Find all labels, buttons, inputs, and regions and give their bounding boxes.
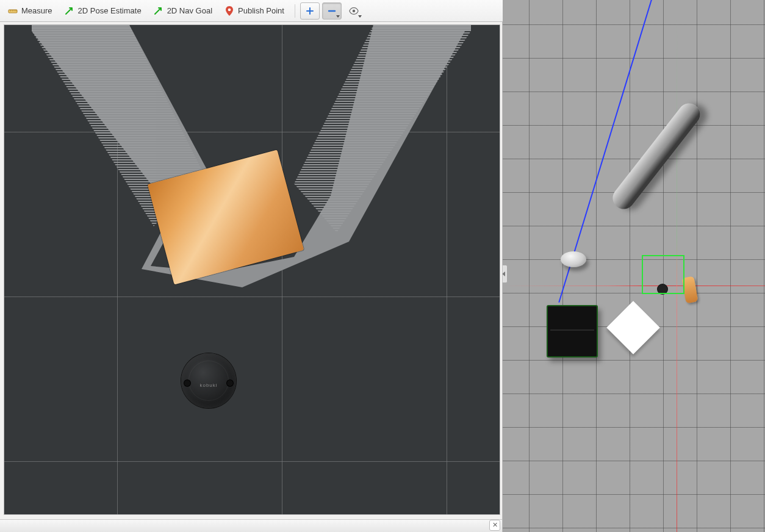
app-root: Measure 2D Pose Estimate 2D Nav Goal <box>0 0 765 532</box>
pane-collapse-handle[interactable] <box>503 265 508 283</box>
pose-estimate-label: 2D Pose Estimate <box>78 6 142 15</box>
measure-label: Measure <box>21 6 52 15</box>
gazebo-obj-small-puck[interactable] <box>561 251 586 267</box>
svg-marker-10 <box>294 25 471 232</box>
turtlebot-model: kobuki <box>181 353 236 408</box>
robot-label: kobuki <box>181 383 236 388</box>
nav-goal-button[interactable]: 2D Nav Goal <box>148 3 218 19</box>
panel-close-button[interactable]: ✕ <box>489 520 500 531</box>
arrow-green-icon <box>65 6 74 16</box>
remove-display-button[interactable] <box>322 2 342 20</box>
add-display-button[interactable] <box>300 2 320 20</box>
gazebo-obj-dumpster[interactable] <box>547 305 598 358</box>
toolbar-separator <box>295 4 295 18</box>
pose-estimate-button[interactable]: 2D Pose Estimate <box>59 3 147 19</box>
gazebo-selection-box <box>642 255 684 294</box>
pin-icon <box>224 6 234 16</box>
measure-button[interactable]: Measure <box>2 3 58 19</box>
ruler-icon <box>8 6 18 16</box>
publish-point-button[interactable]: Publish Point <box>219 3 290 19</box>
chevron-down-icon <box>358 15 362 18</box>
svg-point-6 <box>353 9 355 12</box>
visibility-menu-button[interactable] <box>344 2 364 20</box>
publish-point-label: Publish Point <box>238 6 284 15</box>
rviz-bottom-bar: ✕ <box>0 519 502 532</box>
close-icon: ✕ <box>492 521 498 528</box>
eye-icon <box>349 6 359 16</box>
nav-goal-label: 2D Nav Goal <box>167 6 212 15</box>
rviz-pane: Measure 2D Pose Estimate 2D Nav Goal <box>0 0 503 532</box>
rviz-3d-viewport[interactable]: kobuki <box>4 24 500 515</box>
arrow-green-icon <box>154 6 163 16</box>
gazebo-axis-x <box>503 286 765 286</box>
svg-point-5 <box>228 8 231 11</box>
chevron-down-icon <box>336 15 340 18</box>
gazebo-grid <box>503 0 765 532</box>
plus-icon <box>305 6 315 16</box>
gazebo-pane[interactable] <box>503 0 765 532</box>
minus-icon <box>327 6 337 16</box>
rviz-toolbar: Measure 2D Pose Estimate 2D Nav Goal <box>0 0 503 22</box>
